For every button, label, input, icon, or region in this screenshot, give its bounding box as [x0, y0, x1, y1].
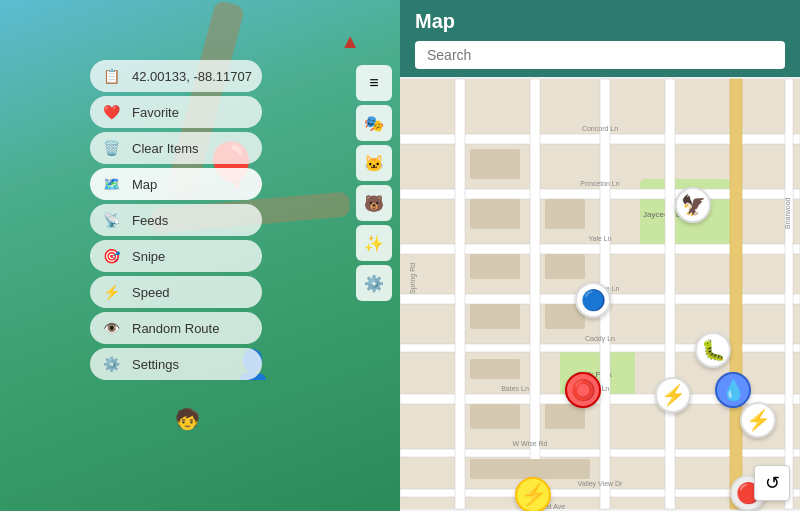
marker-pokemon-4[interactable]: ⭕ [565, 372, 601, 408]
tool-button-menu[interactable]: ≡ [356, 65, 392, 101]
svg-text:Spring Rd: Spring Rd [409, 263, 417, 294]
speed-label: Speed [132, 285, 170, 300]
map-panel: Map Jaycee Park Falk Park [400, 0, 800, 511]
sidebar-menu: 📋 42.00133, -88.11707 ❤️ Favorite 🗑️ Cle… [90, 60, 262, 380]
svg-rect-13 [455, 79, 465, 509]
feeds-icon: 📡 [100, 209, 122, 231]
search-input[interactable] [427, 47, 773, 63]
marker-pokemon-3[interactable]: 🐛 [695, 332, 731, 368]
svg-rect-16 [665, 79, 675, 509]
map-icon: 🗺️ [100, 173, 122, 195]
sidebar-item-speed[interactable]: ⚡ Speed [90, 276, 262, 308]
svg-rect-35 [470, 304, 520, 329]
svg-rect-17 [730, 79, 742, 509]
marker-pokemon-6[interactable]: 💧 [715, 372, 751, 408]
settings-label: Settings [132, 357, 179, 372]
coordinates-label: 42.00133, -88.11707 [132, 69, 252, 84]
sidebar-item-random-route[interactable]: 👁️ Random Route [90, 312, 262, 344]
svg-rect-31 [545, 199, 585, 229]
game-view-panel: ▲ 🎈 👤 🧒 📋 42.00133, -88.11707 ❤️ Favorit… [0, 0, 400, 511]
clear-items-icon: 🗑️ [100, 137, 122, 159]
svg-rect-30 [470, 149, 520, 179]
tool-button-3[interactable]: 🐻 [356, 185, 392, 221]
marker-pokemon-7[interactable]: ⚡ [740, 402, 776, 438]
map-header: Map [400, 0, 800, 77]
svg-text:Concord Ln: Concord Ln [582, 125, 618, 132]
map-title: Map [415, 10, 785, 33]
svg-rect-34 [545, 254, 585, 279]
svg-rect-38 [470, 404, 520, 429]
marker-pikachu[interactable]: ⚡ [515, 477, 551, 511]
svg-rect-37 [470, 359, 520, 379]
coordinates-icon: 📋 [100, 65, 122, 87]
sidebar-item-snipe[interactable]: 🎯 Snipe [90, 240, 262, 272]
random-route-icon: 👁️ [100, 317, 122, 339]
marker-pokemon-5[interactable]: ⚡ [655, 377, 691, 413]
svg-text:Princeton Ln: Princeton Ln [580, 180, 619, 187]
favorite-label: Favorite [132, 105, 179, 120]
tool-button-4[interactable]: ✨ [356, 225, 392, 261]
settings-icon: ⚙️ [100, 353, 122, 375]
navigation-arrow: ▲ [340, 30, 360, 53]
svg-text:Valley View Dr: Valley View Dr [578, 480, 624, 488]
snipe-label: Snipe [132, 249, 165, 264]
pokemon-character-2: 🧒 [175, 407, 200, 431]
tool-button-1[interactable]: 🎭 [356, 105, 392, 141]
tool-buttons-panel: ≡ 🎭 🐱 🐻 ✨ ⚙️ [356, 65, 392, 301]
svg-text:Bates Ln: Bates Ln [501, 385, 529, 392]
tool-button-5[interactable]: ⚙️ [356, 265, 392, 301]
sidebar-item-settings[interactable]: ⚙️ Settings [90, 348, 262, 380]
sidebar-item-map[interactable]: 🗺️ Map [90, 168, 262, 200]
svg-text:Yale Ln: Yale Ln [588, 235, 611, 242]
random-route-label: Random Route [132, 321, 219, 336]
sidebar-item-feeds[interactable]: 📡 Feeds [90, 204, 262, 236]
tool-button-2[interactable]: 🐱 [356, 145, 392, 181]
svg-text:W Wise Rd: W Wise Rd [513, 440, 548, 447]
svg-rect-39 [545, 404, 585, 429]
marker-pokemon-1[interactable]: 🦅 [675, 187, 711, 223]
svg-text:Briarwood: Briarwood [784, 197, 791, 229]
svg-rect-32 [470, 199, 520, 229]
sidebar-item-favorite[interactable]: ❤️ Favorite [90, 96, 262, 128]
svg-rect-33 [470, 254, 520, 279]
recenter-button[interactable]: ↺ [754, 465, 790, 501]
map-label: Map [132, 177, 157, 192]
feeds-label: Feeds [132, 213, 168, 228]
clear-items-label: Clear Items [132, 141, 198, 156]
svg-rect-40 [470, 459, 590, 479]
svg-rect-18 [785, 79, 793, 509]
favorite-icon: ❤️ [100, 101, 122, 123]
svg-text:Caddy Ln: Caddy Ln [585, 335, 615, 343]
snipe-icon: 🎯 [100, 245, 122, 267]
marker-pokemon-2[interactable]: 🔵 [575, 282, 611, 318]
sidebar-item-clear-items[interactable]: 🗑️ Clear Items [90, 132, 262, 164]
search-bar[interactable] [415, 41, 785, 69]
sidebar-item-coordinates[interactable]: 📋 42.00133, -88.11707 [90, 60, 262, 92]
speed-icon: ⚡ [100, 281, 122, 303]
map-area[interactable]: Jaycee Park Falk Park Concord Ln Princet… [400, 77, 800, 511]
